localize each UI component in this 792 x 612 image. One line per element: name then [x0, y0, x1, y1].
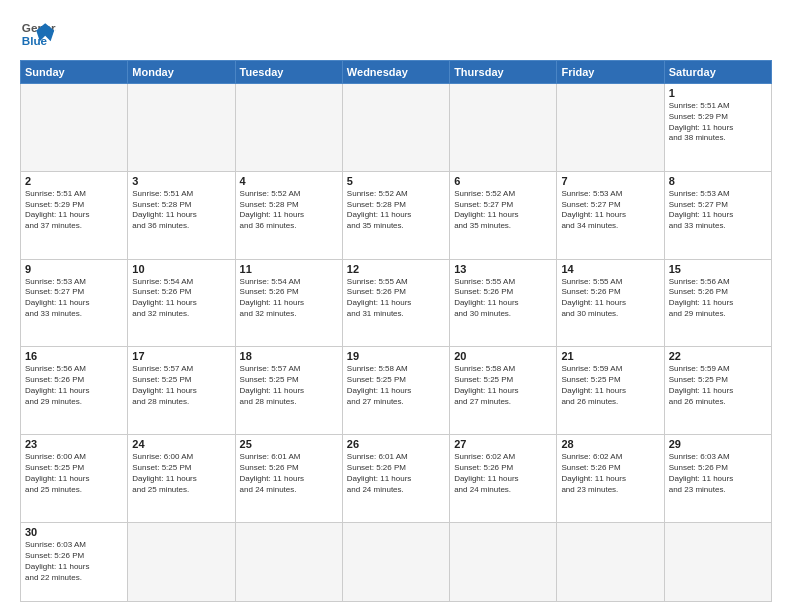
logo-icon: General Blue — [20, 16, 56, 52]
day-number: 24 — [132, 438, 230, 450]
day-number: 20 — [454, 350, 552, 362]
calendar-cell: 17Sunrise: 5:57 AM Sunset: 5:25 PM Dayli… — [128, 347, 235, 435]
week-row-4: 23Sunrise: 6:00 AM Sunset: 5:25 PM Dayli… — [21, 435, 772, 523]
day-info: Sunrise: 6:01 AM Sunset: 5:26 PM Dayligh… — [347, 452, 445, 495]
day-number: 27 — [454, 438, 552, 450]
calendar-cell: 18Sunrise: 5:57 AM Sunset: 5:25 PM Dayli… — [235, 347, 342, 435]
calendar-cell: 14Sunrise: 5:55 AM Sunset: 5:26 PM Dayli… — [557, 259, 664, 347]
day-number: 2 — [25, 175, 123, 187]
day-number: 10 — [132, 263, 230, 275]
weekday-header-sunday: Sunday — [21, 61, 128, 84]
day-info: Sunrise: 6:00 AM Sunset: 5:25 PM Dayligh… — [25, 452, 123, 495]
day-info: Sunrise: 6:02 AM Sunset: 5:26 PM Dayligh… — [561, 452, 659, 495]
day-info: Sunrise: 6:03 AM Sunset: 5:26 PM Dayligh… — [25, 540, 123, 583]
calendar-cell: 26Sunrise: 6:01 AM Sunset: 5:26 PM Dayli… — [342, 435, 449, 523]
day-info: Sunrise: 5:56 AM Sunset: 5:26 PM Dayligh… — [669, 277, 767, 320]
calendar-cell — [557, 523, 664, 602]
calendar-cell: 20Sunrise: 5:58 AM Sunset: 5:25 PM Dayli… — [450, 347, 557, 435]
day-number: 13 — [454, 263, 552, 275]
calendar-cell: 13Sunrise: 5:55 AM Sunset: 5:26 PM Dayli… — [450, 259, 557, 347]
calendar-cell — [128, 523, 235, 602]
weekday-header-thursday: Thursday — [450, 61, 557, 84]
day-info: Sunrise: 5:51 AM Sunset: 5:28 PM Dayligh… — [132, 189, 230, 232]
calendar-cell: 7Sunrise: 5:53 AM Sunset: 5:27 PM Daylig… — [557, 171, 664, 259]
calendar-cell — [342, 523, 449, 602]
day-info: Sunrise: 5:53 AM Sunset: 5:27 PM Dayligh… — [669, 189, 767, 232]
calendar-cell: 28Sunrise: 6:02 AM Sunset: 5:26 PM Dayli… — [557, 435, 664, 523]
week-row-1: 2Sunrise: 5:51 AM Sunset: 5:29 PM Daylig… — [21, 171, 772, 259]
calendar-cell: 21Sunrise: 5:59 AM Sunset: 5:25 PM Dayli… — [557, 347, 664, 435]
day-number: 9 — [25, 263, 123, 275]
weekday-header-row: SundayMondayTuesdayWednesdayThursdayFrid… — [21, 61, 772, 84]
day-number: 11 — [240, 263, 338, 275]
calendar-cell: 4Sunrise: 5:52 AM Sunset: 5:28 PM Daylig… — [235, 171, 342, 259]
day-info: Sunrise: 5:53 AM Sunset: 5:27 PM Dayligh… — [25, 277, 123, 320]
calendar-table: SundayMondayTuesdayWednesdayThursdayFrid… — [20, 60, 772, 602]
day-info: Sunrise: 6:01 AM Sunset: 5:26 PM Dayligh… — [240, 452, 338, 495]
day-info: Sunrise: 5:57 AM Sunset: 5:25 PM Dayligh… — [132, 364, 230, 407]
weekday-header-tuesday: Tuesday — [235, 61, 342, 84]
day-number: 6 — [454, 175, 552, 187]
day-number: 19 — [347, 350, 445, 362]
calendar-cell: 15Sunrise: 5:56 AM Sunset: 5:26 PM Dayli… — [664, 259, 771, 347]
calendar-cell: 2Sunrise: 5:51 AM Sunset: 5:29 PM Daylig… — [21, 171, 128, 259]
day-number: 5 — [347, 175, 445, 187]
day-number: 21 — [561, 350, 659, 362]
calendar-cell — [557, 84, 664, 172]
calendar-cell — [21, 84, 128, 172]
day-number: 17 — [132, 350, 230, 362]
day-info: Sunrise: 6:00 AM Sunset: 5:25 PM Dayligh… — [132, 452, 230, 495]
calendar-cell: 30Sunrise: 6:03 AM Sunset: 5:26 PM Dayli… — [21, 523, 128, 602]
day-info: Sunrise: 5:54 AM Sunset: 5:26 PM Dayligh… — [240, 277, 338, 320]
day-info: Sunrise: 5:58 AM Sunset: 5:25 PM Dayligh… — [347, 364, 445, 407]
day-number: 3 — [132, 175, 230, 187]
calendar-cell: 5Sunrise: 5:52 AM Sunset: 5:28 PM Daylig… — [342, 171, 449, 259]
day-number: 28 — [561, 438, 659, 450]
day-number: 12 — [347, 263, 445, 275]
week-row-3: 16Sunrise: 5:56 AM Sunset: 5:26 PM Dayli… — [21, 347, 772, 435]
day-info: Sunrise: 5:52 AM Sunset: 5:28 PM Dayligh… — [240, 189, 338, 232]
logo: General Blue — [20, 16, 56, 52]
calendar-cell — [664, 523, 771, 602]
day-number: 1 — [669, 87, 767, 99]
calendar-cell: 10Sunrise: 5:54 AM Sunset: 5:26 PM Dayli… — [128, 259, 235, 347]
calendar-cell — [235, 523, 342, 602]
calendar-cell: 11Sunrise: 5:54 AM Sunset: 5:26 PM Dayli… — [235, 259, 342, 347]
weekday-header-friday: Friday — [557, 61, 664, 84]
calendar-cell: 3Sunrise: 5:51 AM Sunset: 5:28 PM Daylig… — [128, 171, 235, 259]
calendar-cell: 19Sunrise: 5:58 AM Sunset: 5:25 PM Dayli… — [342, 347, 449, 435]
day-number: 25 — [240, 438, 338, 450]
day-info: Sunrise: 5:55 AM Sunset: 5:26 PM Dayligh… — [347, 277, 445, 320]
day-number: 26 — [347, 438, 445, 450]
day-info: Sunrise: 5:53 AM Sunset: 5:27 PM Dayligh… — [561, 189, 659, 232]
day-number: 29 — [669, 438, 767, 450]
calendar-cell: 22Sunrise: 5:59 AM Sunset: 5:25 PM Dayli… — [664, 347, 771, 435]
weekday-header-monday: Monday — [128, 61, 235, 84]
calendar-cell: 24Sunrise: 6:00 AM Sunset: 5:25 PM Dayli… — [128, 435, 235, 523]
day-info: Sunrise: 5:52 AM Sunset: 5:28 PM Dayligh… — [347, 189, 445, 232]
header: General Blue — [20, 16, 772, 52]
calendar-cell: 6Sunrise: 5:52 AM Sunset: 5:27 PM Daylig… — [450, 171, 557, 259]
day-number: 8 — [669, 175, 767, 187]
calendar-cell: 8Sunrise: 5:53 AM Sunset: 5:27 PM Daylig… — [664, 171, 771, 259]
week-row-0: 1Sunrise: 5:51 AM Sunset: 5:29 PM Daylig… — [21, 84, 772, 172]
day-number: 14 — [561, 263, 659, 275]
day-info: Sunrise: 5:58 AM Sunset: 5:25 PM Dayligh… — [454, 364, 552, 407]
day-info: Sunrise: 5:55 AM Sunset: 5:26 PM Dayligh… — [454, 277, 552, 320]
day-number: 18 — [240, 350, 338, 362]
day-number: 7 — [561, 175, 659, 187]
day-number: 4 — [240, 175, 338, 187]
day-info: Sunrise: 5:56 AM Sunset: 5:26 PM Dayligh… — [25, 364, 123, 407]
day-number: 23 — [25, 438, 123, 450]
day-info: Sunrise: 5:59 AM Sunset: 5:25 PM Dayligh… — [561, 364, 659, 407]
weekday-header-saturday: Saturday — [664, 61, 771, 84]
day-info: Sunrise: 5:57 AM Sunset: 5:25 PM Dayligh… — [240, 364, 338, 407]
week-row-5: 30Sunrise: 6:03 AM Sunset: 5:26 PM Dayli… — [21, 523, 772, 602]
calendar-cell: 25Sunrise: 6:01 AM Sunset: 5:26 PM Dayli… — [235, 435, 342, 523]
calendar-cell — [128, 84, 235, 172]
calendar-cell: 16Sunrise: 5:56 AM Sunset: 5:26 PM Dayli… — [21, 347, 128, 435]
day-info: Sunrise: 5:51 AM Sunset: 5:29 PM Dayligh… — [25, 189, 123, 232]
day-number: 22 — [669, 350, 767, 362]
day-number: 30 — [25, 526, 123, 538]
calendar-cell: 12Sunrise: 5:55 AM Sunset: 5:26 PM Dayli… — [342, 259, 449, 347]
